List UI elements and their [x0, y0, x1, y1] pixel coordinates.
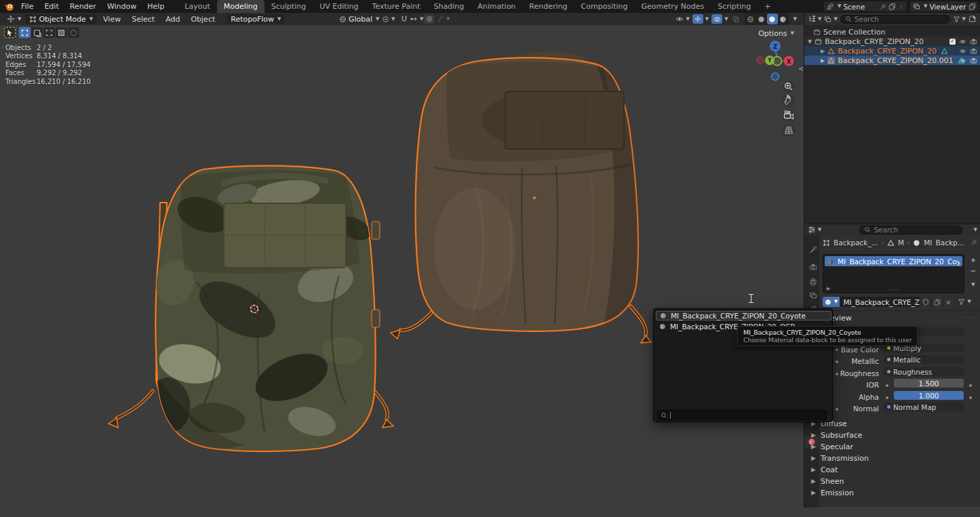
menu-edit[interactable]: Edit: [39, 0, 64, 13]
outliner-row-object-2[interactable]: ▶ Backpack_CRYE_ZIPON_20.001: [804, 56, 980, 65]
outliner-display-mode-button[interactable]: ▼: [824, 16, 837, 23]
list-expander-icon[interactable]: ▶: [827, 286, 830, 291]
popup-item-coyote[interactable]: MI_Backpack_CRYE_ZIPON_20_Coyote: [656, 311, 831, 320]
fake-user-button[interactable]: [920, 297, 931, 307]
camera-view-button[interactable]: [783, 110, 796, 123]
properties-editor-type-button[interactable]: ▼: [808, 226, 821, 234]
panel-transmission[interactable]: ▶Transmission: [811, 453, 869, 463]
backpack-coyote[interactable]: [391, 54, 651, 343]
shading-options-chevron-icon[interactable]: ▼: [793, 17, 797, 22]
new-collection-icon[interactable]: [968, 15, 977, 23]
material-filter-button[interactable]: ▼: [958, 298, 971, 306]
pan-hand-button[interactable]: [783, 95, 796, 108]
sidebar-collapse-arrow-icon[interactable]: <: [798, 65, 804, 73]
properties-search[interactable]: [859, 226, 962, 234]
outliner-row-scene-collection[interactable]: Scene Collection: [804, 27, 980, 37]
tab-render-properties[interactable]: [806, 261, 819, 273]
tab-rendering[interactable]: Rendering: [522, 0, 574, 13]
add-workspace-button[interactable]: +: [758, 0, 777, 13]
menu-help[interactable]: Help: [142, 0, 170, 13]
panel-coat[interactable]: ▶Coat: [811, 464, 838, 475]
viewlayer-icon[interactable]: [913, 3, 920, 10]
retopoflow-menu[interactable]: RetopoFlow▼: [227, 14, 285, 24]
select-extend-tool-button[interactable]: [31, 27, 43, 38]
new-material-button[interactable]: [931, 297, 943, 307]
menu-render[interactable]: Render: [64, 0, 102, 13]
browse-material-button[interactable]: ▼: [823, 297, 840, 307]
select-difference-tool-button[interactable]: [56, 27, 67, 38]
outliner-search-input[interactable]: [855, 15, 945, 23]
menu-object[interactable]: Object: [186, 15, 220, 24]
collection-checkbox[interactable]: ✓: [949, 39, 956, 45]
stats-expander-icon[interactable]: ›: [1, 44, 3, 52]
properties-options-chevron-icon[interactable]: ▼: [974, 228, 977, 232]
object-expand-icon[interactable]: ▶: [821, 58, 825, 64]
material-name-field[interactable]: MI_Backpack_CRYE_ZIPON_20_...: [840, 297, 920, 307]
menu-view[interactable]: View: [98, 15, 125, 24]
new-viewlayer-icon[interactable]: [968, 3, 976, 10]
blender-logo-icon[interactable]: [4, 1, 14, 12]
new-scene-icon[interactable]: [888, 3, 896, 10]
panel-sheen[interactable]: ▶Sheen: [811, 476, 844, 487]
disable-render-camera-icon[interactable]: [970, 47, 977, 55]
tab-scripting[interactable]: Scripting: [711, 0, 758, 13]
scene-name[interactable]: Scene: [843, 3, 878, 11]
proportional-editing-toggle[interactable]: [424, 14, 434, 24]
tab-layout[interactable]: Layout: [178, 0, 216, 13]
shading-solid-button[interactable]: [756, 14, 767, 24]
mode-selector[interactable]: Object Mode▼: [25, 14, 97, 24]
breadcrumb-material[interactable]: MI_Backpack_...: [924, 239, 967, 247]
scene-icon[interactable]: [827, 3, 834, 10]
viewlayer-name[interactable]: ViewLayer: [929, 3, 966, 11]
tab-compositing[interactable]: Compositing: [574, 0, 635, 13]
tab-viewlayer-properties[interactable]: [806, 289, 819, 302]
properties-search-input[interactable]: [874, 226, 958, 234]
input-metallic[interactable]: Metallic: [884, 355, 964, 364]
list-resize-grip[interactable]: ····: [888, 287, 899, 293]
gizmo-neg-x-handle[interactable]: [757, 57, 764, 64]
material-slot-active[interactable]: MI_Backpack_CRYE_ZIPON_20_Coyote: [825, 256, 962, 266]
pin-icon[interactable]: [971, 239, 977, 246]
tab-sculpting[interactable]: Sculpting: [264, 0, 313, 13]
tab-output-properties[interactable]: [806, 276, 819, 288]
tab-uv-editing[interactable]: UV Editing: [313, 0, 365, 13]
tab-tool-properties[interactable]: [806, 243, 819, 255]
menu-select[interactable]: Select: [127, 15, 159, 24]
panel-subsurface[interactable]: ▶Subsurface: [811, 430, 863, 440]
object-expand-icon[interactable]: ▶: [821, 48, 825, 54]
overlays-selector[interactable]: ▼: [711, 14, 728, 24]
editor-type-button[interactable]: ▼: [4, 15, 24, 23]
tab-modeling[interactable]: Modeling: [217, 0, 264, 13]
collection-expand-icon[interactable]: ▼: [808, 39, 812, 45]
snap-target-selector[interactable]: ▼: [410, 15, 423, 23]
outliner-row-collection[interactable]: ▼ Backpack_CRYE_ZIPON_20 ✓: [804, 37, 980, 46]
viewport-3d[interactable]: Y Z X <: [0, 25, 804, 507]
zoom-button[interactable]: [783, 81, 796, 94]
add-material-slot-button[interactable]: [968, 255, 979, 265]
popup-search[interactable]: [657, 410, 827, 420]
pin-icon[interactable]: [880, 3, 886, 10]
input-alpha-value[interactable]: 1.000: [894, 391, 964, 400]
menu-add[interactable]: Add: [161, 15, 184, 24]
menu-window[interactable]: Window: [102, 0, 142, 13]
outliner-filter-button[interactable]: ▼: [953, 16, 966, 23]
perspective-grid-button[interactable]: [783, 124, 796, 137]
gizmo-neg-z-handle[interactable]: [772, 73, 779, 81]
breadcrumb-object[interactable]: Backpack_...: [834, 239, 878, 247]
panel-grip[interactable]: ····: [964, 314, 975, 321]
xray-toggle[interactable]: [731, 14, 742, 24]
outliner-search[interactable]: [840, 15, 950, 24]
material-specials-button[interactable]: ▼: [968, 280, 979, 289]
navigation-gizmo[interactable]: Y Z X: [757, 41, 794, 81]
panel-specular[interactable]: ▶Specular: [811, 441, 853, 452]
shading-wireframe-button[interactable]: [745, 14, 756, 24]
select-box-tool-button[interactable]: [19, 27, 31, 38]
panel-emission[interactable]: ▶Emission: [811, 487, 854, 498]
scene-browse-chevron-icon[interactable]: ▼: [838, 4, 841, 9]
disable-render-camera-icon[interactable]: [970, 57, 977, 64]
options-button[interactable]: Options▼: [758, 29, 794, 38]
gizmos-toggle[interactable]: [692, 14, 703, 24]
snap-magnet-icon[interactable]: [400, 15, 408, 23]
shading-material-preview-button[interactable]: [767, 14, 778, 24]
outliner-editor-type-button[interactable]: ▼: [808, 15, 821, 23]
